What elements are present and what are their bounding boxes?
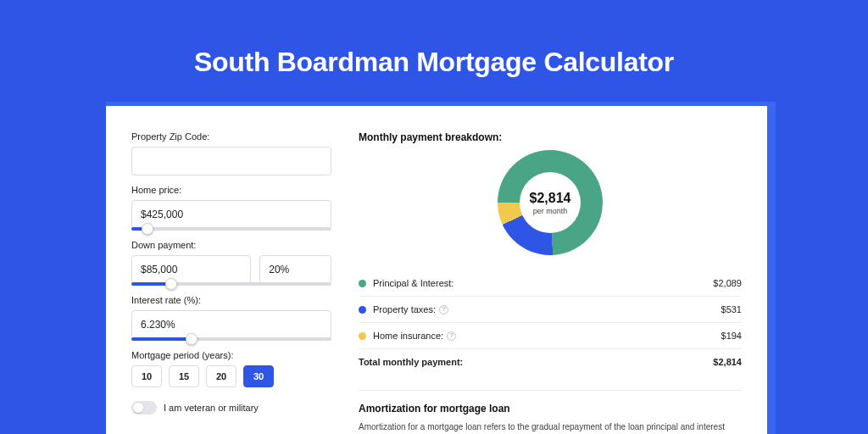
legend-row: Home insurance:?$194: [359, 322, 742, 348]
amortization-section: Amortization for mortgage loan Amortizat…: [359, 390, 742, 434]
breakdown-legend: Principal & Interest:$2,089Property taxe…: [359, 270, 742, 375]
donut-center: $2,814 per month: [520, 172, 581, 233]
interest-rate-slider-fill: [131, 337, 192, 341]
field-zip: Property Zip Code:: [131, 131, 331, 175]
amortization-title: Amortization for mortgage loan: [359, 403, 742, 415]
home-price-slider[interactable]: [131, 227, 331, 231]
interest-rate-slider-thumb[interactable]: [186, 333, 198, 345]
donut-sub: per month: [533, 207, 568, 215]
interest-rate-input[interactable]: [131, 310, 331, 339]
info-icon[interactable]: ?: [447, 331, 456, 341]
legend-total-row: Total monthly payment:$2,814: [359, 348, 742, 375]
field-veteran: I am veteran or military: [131, 401, 331, 415]
home-price-input[interactable]: [131, 200, 331, 229]
legend-label: Property taxes:?: [373, 304, 721, 314]
period-option-20[interactable]: 20: [206, 365, 236, 387]
legend-value: $194: [721, 331, 742, 341]
amortization-text: Amortization for a mortgage loan refers …: [359, 421, 742, 434]
field-home-price: Home price:: [131, 185, 331, 231]
down-payment-slider-thumb[interactable]: [165, 278, 177, 290]
legend-dot-icon: [359, 280, 366, 287]
down-payment-amount-input[interactable]: [131, 255, 251, 284]
period-option-10[interactable]: 10: [131, 365, 162, 387]
period-option-30[interactable]: 30: [243, 365, 274, 387]
home-price-slider-thumb[interactable]: [142, 223, 153, 235]
legend-value: $531: [721, 304, 742, 314]
donut-amount: $2,814: [530, 191, 571, 206]
legend-label: Principal & Interest:: [373, 278, 713, 288]
legend-row: Property taxes:?$531: [359, 296, 742, 322]
legend-total-label: Total monthly payment:: [359, 357, 713, 367]
calculator-card: Property Zip Code: Home price: Down paym…: [106, 106, 767, 434]
field-down-payment: Down payment:: [131, 240, 331, 286]
legend-row: Principal & Interest:$2,089: [359, 270, 742, 296]
mortgage-period-options: 10152030: [131, 365, 331, 387]
veteran-label: I am veteran or military: [164, 403, 259, 413]
zip-label: Property Zip Code:: [131, 131, 331, 142]
breakdown-column: Monthly payment breakdown: $2,814 per mo…: [350, 106, 767, 434]
down-payment-percent-input[interactable]: [259, 255, 331, 284]
legend-total-value: $2,814: [713, 357, 742, 367]
legend-label: Home insurance:?: [373, 331, 721, 341]
page-title: South Boardman Mortgage Calculator: [0, 0, 868, 78]
home-price-label: Home price:: [131, 185, 331, 195]
down-payment-slider[interactable]: [131, 282, 331, 286]
breakdown-heading: Monthly payment breakdown:: [359, 131, 742, 143]
info-icon[interactable]: ?: [439, 305, 448, 314]
interest-rate-label: Interest rate (%):: [131, 295, 331, 305]
donut-wrap: $2,814 per month: [359, 150, 742, 255]
down-payment-label: Down payment:: [131, 240, 331, 250]
legend-dot-icon: [359, 332, 366, 340]
veteran-toggle[interactable]: [131, 401, 157, 415]
form-column: Property Zip Code: Home price: Down paym…: [106, 106, 350, 434]
mortgage-period-label: Mortgage period (years):: [131, 350, 331, 360]
payment-donut-chart: $2,814 per month: [498, 150, 603, 255]
period-option-15[interactable]: 15: [169, 365, 199, 387]
interest-rate-slider[interactable]: [131, 337, 331, 341]
field-interest-rate: Interest rate (%):: [131, 295, 331, 341]
zip-input[interactable]: [131, 147, 331, 175]
field-mortgage-period: Mortgage period (years): 10152030: [131, 350, 331, 387]
legend-value: $2,089: [713, 278, 742, 288]
legend-dot-icon: [359, 306, 366, 314]
